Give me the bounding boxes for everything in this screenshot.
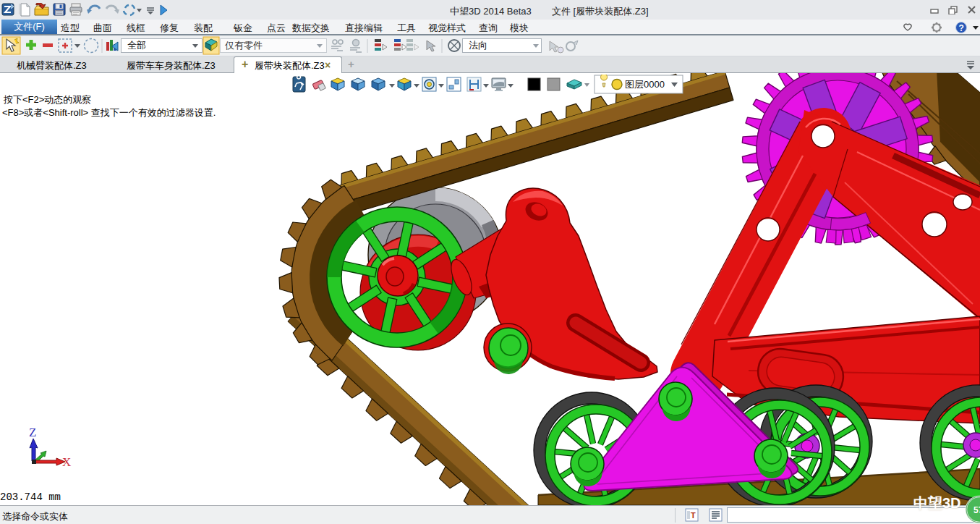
svg-text:X: X xyxy=(62,455,71,469)
svg-text:57: 57 xyxy=(973,505,980,515)
svg-text:图层0000: 图层0000 xyxy=(625,79,665,90)
svg-text:T: T xyxy=(691,511,696,520)
svg-text:Z: Z xyxy=(29,426,36,439)
svg-text:?: ? xyxy=(959,23,964,33)
